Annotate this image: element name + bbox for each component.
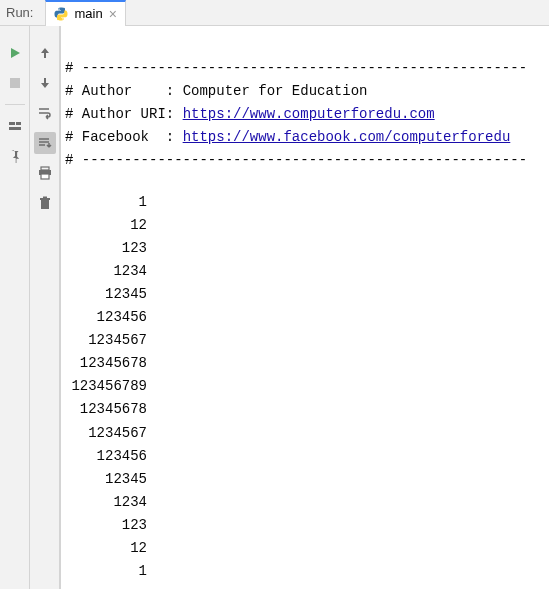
output-line: 12345 xyxy=(65,283,147,306)
svg-rect-7 xyxy=(41,200,49,209)
close-icon[interactable]: × xyxy=(109,7,117,21)
comment-facebook: # Facebook : https://www.facebook.com/co… xyxy=(65,129,510,145)
svg-rect-2 xyxy=(16,122,21,125)
up-arrow-icon[interactable] xyxy=(34,42,56,64)
output-line: 123456789 xyxy=(65,375,147,398)
comment-line: # --------------------------------------… xyxy=(65,60,527,76)
panel-body: # --------------------------------------… xyxy=(0,26,549,589)
output-line: 12 xyxy=(65,537,147,560)
tab-bar: Run: main × xyxy=(0,0,549,26)
output-line: 123 xyxy=(65,514,147,537)
soft-wrap-icon[interactable] xyxy=(34,102,56,124)
output-line: 1234 xyxy=(65,260,147,283)
svg-rect-9 xyxy=(43,197,47,199)
console-actions-col xyxy=(30,26,60,589)
svg-rect-4 xyxy=(41,167,49,170)
print-icon[interactable] xyxy=(34,162,56,184)
divider xyxy=(5,104,25,105)
tab-label: main xyxy=(74,6,102,21)
output-line: 1 xyxy=(65,191,147,214)
scroll-to-end-icon[interactable] xyxy=(34,132,56,154)
output-line: 123 xyxy=(65,237,147,260)
svg-rect-8 xyxy=(40,198,50,200)
comment-uri: # Author URI: https://www.computerforedu… xyxy=(65,106,435,122)
pin-icon[interactable] xyxy=(4,145,26,167)
output-line: 12345678 xyxy=(65,352,147,375)
output-line: 123456 xyxy=(65,306,147,329)
layout-icon[interactable] xyxy=(4,115,26,137)
output-line: 1 xyxy=(65,560,147,583)
output-pyramid: 1121231234123451234561234567123456781234… xyxy=(65,191,545,584)
output-line: 123456 xyxy=(65,445,147,468)
stop-icon[interactable] xyxy=(4,72,26,94)
run-icon[interactable] xyxy=(4,42,26,64)
output-line: 1234 xyxy=(65,491,147,514)
facebook-link[interactable]: https://www.facebook.com/computerforedu xyxy=(183,129,511,145)
run-actions-col xyxy=(0,26,30,589)
console-output[interactable]: # --------------------------------------… xyxy=(60,26,549,589)
down-arrow-icon[interactable] xyxy=(34,72,56,94)
output-line: 12345 xyxy=(65,468,147,491)
svg-rect-0 xyxy=(10,78,20,88)
comment-author: # Author : Computer for Education xyxy=(65,83,367,99)
svg-rect-1 xyxy=(9,122,15,125)
svg-rect-3 xyxy=(9,127,21,130)
output-line: 12 xyxy=(65,214,147,237)
output-line: 1234567 xyxy=(65,422,147,445)
python-icon xyxy=(54,7,68,21)
author-uri-link[interactable]: https://www.computerforedu.com xyxy=(183,106,435,122)
trash-icon[interactable] xyxy=(34,192,56,214)
comment-line: # --------------------------------------… xyxy=(65,152,527,168)
output-line: 12345678 xyxy=(65,398,147,421)
output-line: 1234567 xyxy=(65,329,147,352)
run-panel: Run: main × xyxy=(0,0,549,589)
panel-title: Run: xyxy=(6,5,33,20)
run-tab-main[interactable]: main × xyxy=(45,0,125,26)
svg-rect-6 xyxy=(41,174,49,179)
